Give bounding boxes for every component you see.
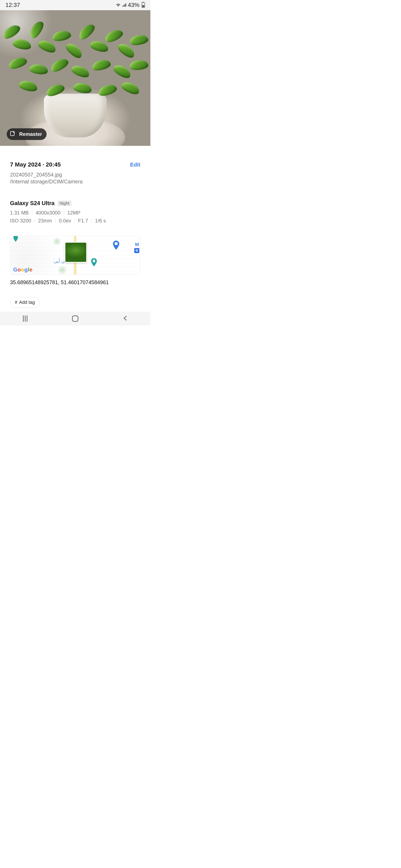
nav-home-button[interactable] <box>72 315 78 322</box>
specs-row-2: ISO 3200 23mm 0.0ev F1.7 1/6 s <box>10 218 140 224</box>
photo-datetime: 7 May 2024 · 20:45 <box>10 161 61 168</box>
google-logo: Google <box>13 267 33 273</box>
map-text: M <box>135 242 139 247</box>
map-pin-icon <box>13 236 18 242</box>
map-thumbnail <box>64 242 87 263</box>
svg-rect-4 <box>136 250 137 251</box>
spec-ev: 0.0ev <box>59 218 71 224</box>
spec-shutter: 1/6 s <box>95 218 106 224</box>
remaster-label: Remaster <box>19 131 42 137</box>
spec-megapixels: 12MP <box>67 210 80 216</box>
mode-badge: Night <box>57 200 71 206</box>
add-tag-button[interactable]: # Add tag <box>10 297 40 308</box>
photo-preview[interactable]: Remaster <box>0 10 150 146</box>
svg-rect-1 <box>115 242 118 245</box>
photo-details: 7 May 2024 · 20:45 Edit 20240507_204554.… <box>0 146 150 312</box>
spec-focal: 23mm <box>38 218 52 224</box>
status-time: 12:37 <box>5 2 20 8</box>
add-tag-label: Add tag <box>19 300 35 305</box>
map-text: ان آبی <box>54 258 66 264</box>
nav-recents-button[interactable] <box>23 315 27 322</box>
battery-icon <box>142 2 145 8</box>
signal-icon <box>122 3 126 7</box>
edit-button[interactable]: Edit <box>130 161 140 168</box>
spec-aperture: F1.7 <box>78 218 88 224</box>
metro-icon <box>134 248 139 253</box>
coordinates: 35.68965148925781, 51.46017074584961 <box>10 279 140 285</box>
spec-dimensions: 4000x3000 <box>35 210 60 216</box>
photo-decor <box>0 23 150 113</box>
system-nav-bar <box>0 312 150 326</box>
nav-back-button[interactable] <box>122 315 128 322</box>
map-pin-icon <box>113 241 120 250</box>
status-right: 43% <box>116 2 145 8</box>
remaster-button[interactable]: Remaster <box>7 128 47 140</box>
svg-rect-2 <box>93 259 95 262</box>
hash-icon: # <box>15 300 17 305</box>
map-pin-icon <box>91 258 97 267</box>
photo-filename: 20240507_204554.jpg <box>10 172 140 178</box>
location-map[interactable]: M ان آبی Google <box>10 236 140 275</box>
photo-filepath: /Internal storage/DCIM/Camera <box>10 179 140 185</box>
specs-row-1: 1.31 MB 4000x3000 12MP <box>10 210 140 216</box>
wifi-icon <box>116 3 121 7</box>
device-name: Galaxy S24 Ultra <box>10 200 55 207</box>
status-bar: 12:37 43% <box>0 0 150 10</box>
spec-filesize: 1.31 MB <box>10 210 29 216</box>
spec-iso: ISO 3200 <box>10 218 31 224</box>
sparkle-icon <box>9 130 16 138</box>
battery-percent: 43% <box>128 2 140 8</box>
